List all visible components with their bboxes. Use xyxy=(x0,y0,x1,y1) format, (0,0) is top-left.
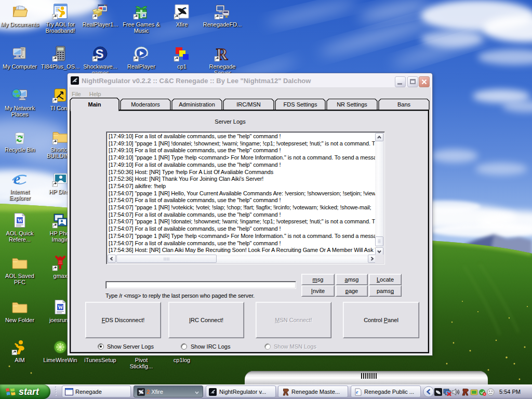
svg-text:Bans: Bans xyxy=(397,101,411,108)
svg-text:Moderators: Moderators xyxy=(131,101,160,108)
svg-text:Main: Main xyxy=(88,101,101,108)
svg-text:IRC/MSN: IRC/MSN xyxy=(236,101,261,108)
svg-text:NR Settings: NR Settings xyxy=(337,101,367,108)
svg-text:FDS Settings: FDS Settings xyxy=(284,101,317,108)
svg-text:e: e xyxy=(356,389,358,395)
svg-text:Administration: Administration xyxy=(179,101,215,108)
svg-text:W: W xyxy=(18,218,23,223)
svg-text:W: W xyxy=(58,304,63,310)
